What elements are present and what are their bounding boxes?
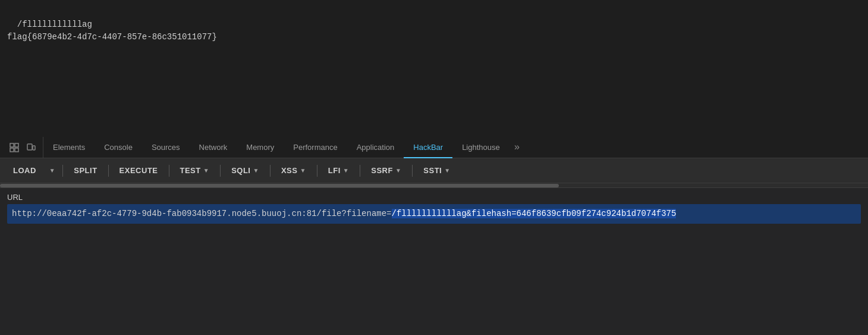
tab-memory[interactable]: Memory (237, 137, 284, 158)
scrollbar-thumb[interactable] (0, 184, 559, 187)
horizontal-scrollbar[interactable] (0, 183, 868, 188)
svg-rect-3 (15, 148, 18, 152)
execute-button[interactable]: EXECUTE (114, 163, 164, 178)
svg-rect-2 (10, 148, 14, 152)
split-button[interactable]: SPLIT (68, 163, 103, 178)
sqli-chevron-icon: ▼ (253, 167, 259, 174)
content-line2: flag{6879e4b2-4d7c-4407-857e-86c35101107… (7, 32, 217, 42)
toolbar-divider-6 (317, 165, 317, 177)
tab-lighthouse[interactable]: Lighthouse (452, 137, 510, 158)
load-chevron-icon: ▼ (49, 167, 55, 174)
toolbar-divider-8 (412, 165, 413, 177)
url-input[interactable]: http://0eaa742f-af2c-4779-9d4b-fab0934b9… (7, 204, 861, 224)
url-label: URL (7, 193, 861, 202)
toolbar-divider-5 (270, 165, 271, 177)
ssti-chevron-icon: ▼ (444, 167, 450, 174)
device-toggle-btn[interactable] (24, 140, 38, 155)
tab-elements[interactable]: Elements (43, 137, 95, 158)
toolbar-divider-7 (360, 165, 360, 177)
inspect-icon (10, 143, 19, 152)
svg-rect-5 (33, 146, 35, 150)
device-icon (26, 143, 36, 152)
svg-rect-0 (10, 143, 14, 147)
toolbar-divider-2 (108, 165, 109, 177)
devtools-panel: Elements Console Sources Network Memory … (0, 137, 868, 335)
ssrf-chevron-icon: ▼ (395, 167, 401, 174)
test-chevron-icon: ▼ (203, 167, 209, 174)
svg-rect-1 (15, 143, 18, 147)
xss-button[interactable]: XSS ▼ (275, 163, 312, 178)
url-part2: /flllllllllllag&filehash=646f8639cfb09f2… (392, 209, 677, 218)
main-content-area: /flllllllllllag flag{6879e4b2-4d7c-4407-… (0, 0, 868, 137)
tab-icon-group (2, 137, 43, 158)
tab-console[interactable]: Console (95, 137, 142, 158)
tab-sources[interactable]: Sources (142, 137, 190, 158)
lfi-button[interactable]: LFI ▼ (322, 163, 355, 178)
toolbar-divider-4 (220, 165, 221, 177)
svg-rect-4 (27, 144, 32, 150)
tab-performance[interactable]: Performance (284, 137, 347, 158)
tab-application[interactable]: Application (347, 137, 404, 158)
tab-bar: Elements Console Sources Network Memory … (0, 137, 868, 158)
load-button[interactable]: LOAD (7, 163, 42, 178)
xss-chevron-icon: ▼ (300, 167, 306, 174)
ssrf-button[interactable]: SSRF ▼ (365, 163, 407, 178)
ssti-button[interactable]: SSTI ▼ (417, 163, 456, 178)
test-button[interactable]: TEST ▼ (174, 163, 216, 178)
tab-overflow-btn[interactable]: » (510, 137, 525, 158)
lfi-chevron-icon: ▼ (343, 167, 349, 174)
toolbar-divider-3 (169, 165, 169, 177)
content-line1: /flllllllllllag (17, 20, 92, 29)
load-dropdown-button[interactable]: ▼ (47, 164, 58, 177)
tab-network[interactable]: Network (190, 137, 237, 158)
hackbar-toolbar: LOAD ▼ SPLIT EXECUTE TEST ▼ SQLI ▼ XSS ▼ (0, 158, 868, 183)
inspect-icon-btn[interactable] (7, 140, 21, 155)
url-part1: http://0eaa742f-af2c-4779-9d4b-fab0934b9… (12, 209, 392, 218)
sqli-button[interactable]: SQLI ▼ (225, 163, 265, 178)
url-section: URL http://0eaa742f-af2c-4779-9d4b-fab09… (0, 188, 868, 335)
toolbar-divider-1 (62, 165, 63, 177)
tab-hackbar[interactable]: HackBar (404, 137, 452, 158)
